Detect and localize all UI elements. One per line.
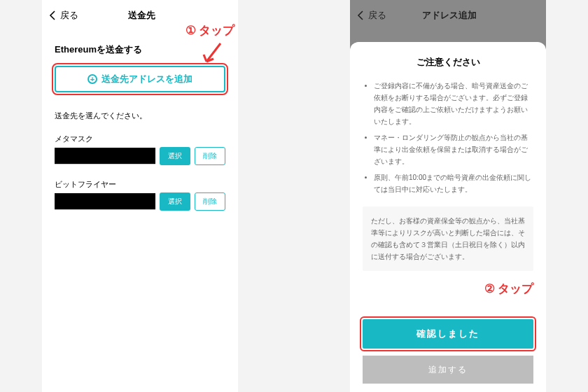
annotation-label: タップ xyxy=(199,22,234,38)
arrow-icon xyxy=(200,41,227,71)
modal-bullet-list: ご登録内容に不備がある場合、暗号資産送金のご依頼をお断りする場合がございます。必… xyxy=(363,80,533,200)
confirm-button[interactable]: 確認しました xyxy=(363,319,533,349)
select-button[interactable]: 選択 xyxy=(160,192,190,211)
annotation-num: ② xyxy=(484,281,495,296)
delete-button[interactable]: 削除 xyxy=(195,192,225,211)
address-value-redacted xyxy=(55,193,155,210)
annotation-label: タップ xyxy=(498,281,533,297)
header-title: 送金先 xyxy=(78,9,204,22)
select-button[interactable]: 選択 xyxy=(160,147,190,165)
address-name: ビットフライヤー xyxy=(55,179,225,190)
modal-note: ただし、お客様の資産保全等の観点から、当社基準等によりリスクが高いと判断した場合… xyxy=(363,206,533,271)
annotation-step2: ② タップ xyxy=(363,281,533,297)
select-hint: 送金先を選んでください。 xyxy=(55,111,225,121)
address-item: メタマスク 選択 削除 xyxy=(55,134,225,165)
caution-modal: ご注意ください ご登録内容に不備がある場合、暗号資産送金のご依頼をお断りする場合… xyxy=(350,42,546,392)
modal-bullet: マネー・ロンダリング等防止の観点から当社の基準により出金依頼を保留または取消する… xyxy=(374,132,533,167)
chevron-left-icon xyxy=(48,10,59,21)
modal-title: ご注意ください xyxy=(363,56,533,69)
right-screen: 戻る アドレス追加 ご注意ください ご登録内容に不備がある場合、暗号資産送金のご… xyxy=(350,0,546,392)
left-screen: 戻る 送金先 Ethereumを送金する + 送金先アドレスを追加 送金先を選ん… xyxy=(42,0,238,392)
add-address-label: 送金先アドレスを追加 xyxy=(102,73,192,85)
add-button-disabled: 追加する xyxy=(363,356,533,384)
annotation-step1: ① タップ xyxy=(186,22,234,38)
plus-circle-icon: + xyxy=(88,74,97,84)
back-button[interactable]: 戻る xyxy=(48,9,78,22)
delete-button[interactable]: 削除 xyxy=(195,147,225,165)
modal-bullet: 原則、午前10:00までの暗号資産の出金依頼に関しては当日中に対応いたします。 xyxy=(374,172,533,195)
annotation-num: ① xyxy=(186,23,196,38)
address-name: メタマスク xyxy=(55,134,225,144)
modal-bullet: ご登録内容に不備がある場合、暗号資産送金のご依頼をお断りする場合がございます。必… xyxy=(374,80,533,127)
address-value-redacted xyxy=(55,148,155,164)
address-item: ビットフライヤー 選択 削除 xyxy=(55,179,225,211)
back-label: 戻る xyxy=(60,9,78,22)
